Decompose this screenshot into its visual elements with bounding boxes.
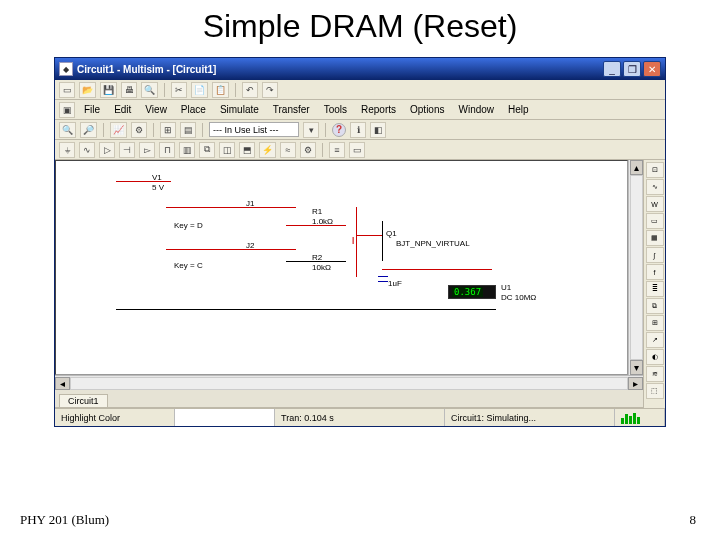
multimeter-icon[interactable]: ⊡ bbox=[646, 162, 664, 178]
label-key-d: Key = D bbox=[174, 221, 203, 230]
paste-button[interactable]: 📋 bbox=[212, 82, 229, 98]
workarea: V1 5 V J1 J2 Key = D Key = C R1 1.0kΩ R2… bbox=[55, 160, 665, 408]
db-button[interactable]: ◧ bbox=[370, 122, 386, 138]
in-use-list-select[interactable]: --- In Use List --- bbox=[209, 122, 299, 137]
bode-icon[interactable]: ∫ bbox=[646, 247, 664, 263]
freq-icon[interactable]: f bbox=[646, 264, 664, 280]
diode-button[interactable]: ▷ bbox=[99, 142, 115, 158]
info-button[interactable]: ℹ bbox=[350, 122, 366, 138]
basic-button[interactable]: ∿ bbox=[79, 142, 95, 158]
indicator-button[interactable]: ⬒ bbox=[239, 142, 255, 158]
component-button[interactable]: ⊞ bbox=[160, 122, 176, 138]
preview-button[interactable]: 🔍 bbox=[141, 82, 158, 98]
probe-marker: | bbox=[352, 235, 354, 244]
menu-view[interactable]: View bbox=[140, 103, 172, 116]
zoom-out-button[interactable]: 🔎 bbox=[80, 122, 97, 138]
bus-button[interactable]: ≡ bbox=[329, 142, 345, 158]
wire bbox=[286, 225, 346, 226]
analog-button[interactable]: ▻ bbox=[139, 142, 155, 158]
label-r1: R1 bbox=[312, 207, 322, 216]
voltmeter-display: 0.367 bbox=[448, 285, 496, 299]
logic-conv-icon[interactable]: ⊞ bbox=[646, 315, 664, 331]
menu-window[interactable]: Window bbox=[454, 103, 500, 116]
activity-bars-icon bbox=[621, 412, 640, 424]
network-icon[interactable]: ⬚ bbox=[646, 383, 664, 399]
menu-options[interactable]: Options bbox=[405, 103, 449, 116]
misc-button[interactable]: ⧉ bbox=[199, 142, 215, 158]
print-button[interactable]: 🖶 bbox=[121, 82, 137, 98]
new-button[interactable]: ▭ bbox=[59, 82, 75, 98]
place-toolbar: ⏚ ∿ ▷ ⊣ ▻ ⊓ ▥ ⧉ ◫ ⬒ ⚡ ≈ ⚙ ≡ ▭ bbox=[55, 140, 665, 160]
distortion-icon[interactable]: ◐ bbox=[646, 349, 664, 365]
ttl-button[interactable]: ⊓ bbox=[159, 142, 175, 158]
wire bbox=[116, 181, 171, 182]
funcgen-icon[interactable]: ∿ bbox=[646, 179, 664, 195]
minimize-button[interactable]: _ bbox=[603, 61, 621, 77]
postprocess-button[interactable]: ⚙ bbox=[131, 122, 147, 138]
wire bbox=[356, 207, 357, 277]
schematic-canvas[interactable]: V1 5 V J1 J2 Key = D Key = C R1 1.0kΩ R2… bbox=[55, 160, 628, 375]
logic-analyzer-icon[interactable]: ⧉ bbox=[646, 298, 664, 314]
horizontal-scrollbar[interactable]: ◂ ▸ bbox=[55, 375, 643, 390]
label-key-c: Key = C bbox=[174, 261, 203, 270]
tab-circuit1[interactable]: Circuit1 bbox=[59, 394, 108, 407]
wire bbox=[382, 269, 492, 270]
wordgen-icon[interactable]: ≣ bbox=[646, 281, 664, 297]
hier-button[interactable]: ▭ bbox=[349, 142, 365, 158]
source-button[interactable]: ⏚ bbox=[59, 142, 75, 158]
slide-footer-left: PHY 201 (Blum) bbox=[20, 512, 109, 528]
grapher-button[interactable]: 📈 bbox=[110, 122, 127, 138]
window-title: Circuit1 - Multisim - [Circuit1] bbox=[77, 64, 603, 75]
dropdown-button[interactable]: ▾ bbox=[303, 122, 319, 138]
menu-transfer[interactable]: Transfer bbox=[268, 103, 315, 116]
slide-page-number: 8 bbox=[690, 512, 697, 528]
menu-edit[interactable]: Edit bbox=[109, 103, 136, 116]
transistor-button[interactable]: ⊣ bbox=[119, 142, 135, 158]
menu-file[interactable]: File bbox=[79, 103, 105, 116]
copy-button[interactable]: 📄 bbox=[191, 82, 208, 98]
save-button[interactable]: 💾 bbox=[100, 82, 117, 98]
help-icon[interactable]: ? bbox=[332, 123, 346, 137]
app-window: ◆ Circuit1 - Multisim - [Circuit1] _ ❐ ✕… bbox=[54, 57, 666, 427]
scroll-right-icon[interactable]: ▸ bbox=[628, 377, 643, 390]
electromech-button[interactable]: ⚙ bbox=[300, 142, 316, 158]
redo-button[interactable]: ↷ bbox=[262, 82, 278, 98]
status-sim: Circuit1: Simulating... bbox=[445, 409, 615, 426]
cmos-button[interactable]: ▥ bbox=[179, 142, 195, 158]
menu-reports[interactable]: Reports bbox=[356, 103, 401, 116]
wattmeter-icon[interactable]: W bbox=[646, 196, 664, 212]
label-q1-class: BJT_NPN_VIRTUAL bbox=[396, 239, 470, 248]
label-u1: U1 bbox=[501, 283, 511, 292]
scroll-up-icon[interactable]: ▴ bbox=[630, 160, 643, 175]
status-tran: Tran: 0.104 s bbox=[275, 409, 445, 426]
spectrum-icon[interactable]: ≋ bbox=[646, 366, 664, 382]
database-button[interactable]: ▤ bbox=[180, 122, 196, 138]
menu-tools[interactable]: Tools bbox=[319, 103, 352, 116]
status-color-well[interactable] bbox=[175, 409, 275, 426]
dot-grid bbox=[56, 161, 627, 374]
vertical-scrollbar[interactable]: ▴ ▾ bbox=[628, 160, 643, 375]
menu-place[interactable]: Place bbox=[176, 103, 211, 116]
titlebar: ◆ Circuit1 - Multisim - [Circuit1] _ ❐ ✕ bbox=[55, 58, 665, 80]
undo-button[interactable]: ↶ bbox=[242, 82, 258, 98]
iv-analyzer-icon[interactable]: ↗ bbox=[646, 332, 664, 348]
cut-button[interactable]: ✂ bbox=[171, 82, 187, 98]
wire bbox=[382, 221, 383, 261]
menu-help[interactable]: Help bbox=[503, 103, 534, 116]
label-c1-value: 1uF bbox=[388, 279, 402, 288]
close-button[interactable]: ✕ bbox=[643, 61, 661, 77]
scroll-down-icon[interactable]: ▾ bbox=[630, 360, 643, 375]
zoom-in-button[interactable]: 🔍 bbox=[59, 122, 76, 138]
scope-icon[interactable]: ▭ bbox=[646, 213, 664, 229]
menu-simulate[interactable]: Simulate bbox=[215, 103, 264, 116]
power-button[interactable]: ⚡ bbox=[259, 142, 276, 158]
open-button[interactable]: 📂 bbox=[79, 82, 96, 98]
mixed-button[interactable]: ◫ bbox=[219, 142, 235, 158]
status-highlight: Highlight Color bbox=[55, 409, 175, 426]
maximize-button[interactable]: ❐ bbox=[623, 61, 641, 77]
mdi-icon[interactable]: ▣ bbox=[59, 102, 75, 118]
rf-button[interactable]: ≈ bbox=[280, 142, 296, 158]
4ch-scope-icon[interactable]: ▦ bbox=[646, 230, 664, 246]
instruments-palette: ⊡ ∿ W ▭ ▦ ∫ f ≣ ⧉ ⊞ ↗ ◐ ≋ ⬚ bbox=[643, 160, 665, 408]
scroll-left-icon[interactable]: ◂ bbox=[55, 377, 70, 390]
